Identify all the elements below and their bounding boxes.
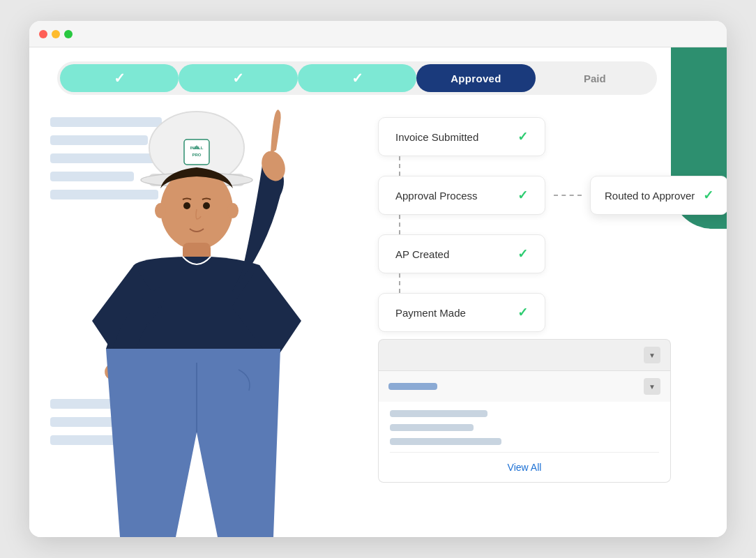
svg-point-14 <box>155 203 166 218</box>
right-section: Invoice Submitted ✓ Approval Process ✓ R… <box>364 47 727 537</box>
svg-point-12 <box>183 202 190 209</box>
content-area: ✓ ✓ ✓ Approved Paid <box>29 47 727 537</box>
title-bar <box>29 21 727 47</box>
invoice-submitted-check: ✓ <box>517 129 528 144</box>
payment-made-card: Payment Made ✓ <box>378 293 545 332</box>
minimize-button[interactable] <box>52 30 60 38</box>
maximize-button[interactable] <box>64 30 73 38</box>
h-connector <box>554 195 582 196</box>
browser-window: ✓ ✓ ✓ Approved Paid <box>29 21 727 537</box>
invoice-submitted-card: Invoice Submitted ✓ <box>378 117 545 156</box>
connector-1 <box>399 156 400 176</box>
bottom-row-2: ▼ <box>378 370 671 402</box>
view-all-container: View All <box>390 452 659 474</box>
payment-made-check: ✓ <box>517 305 528 320</box>
traffic-lights <box>39 30 73 38</box>
routed-to-approver-card: Routed to Approver ✓ <box>590 176 727 215</box>
bottom-row-1: ▼ <box>378 339 671 370</box>
approval-process-label: Approval Process <box>395 190 478 202</box>
svg-text:PRO: PRO <box>192 153 201 157</box>
connector-3 <box>399 273 400 293</box>
ap-created-card: AP Created ✓ <box>378 234 545 273</box>
approval-process-check: ✓ <box>517 188 528 203</box>
bottom-list-area: ▼ ▼ View All <box>378 339 671 483</box>
list-content: View All <box>378 402 671 483</box>
list-line-3 <box>390 438 501 445</box>
ap-created-check: ✓ <box>517 246 528 262</box>
svg-point-15 <box>227 203 239 218</box>
payment-made-label: Payment Made <box>395 307 466 319</box>
workflow-container: Invoice Submitted ✓ Approval Process ✓ R… <box>378 117 699 483</box>
invoice-submitted-label: Invoice Submitted <box>395 131 478 143</box>
svg-rect-3 <box>184 140 209 165</box>
connector-2 <box>399 215 400 234</box>
progress-step-1[interactable]: ✓ <box>60 64 179 92</box>
close-button[interactable] <box>39 30 47 38</box>
dropdown-2[interactable]: ▼ <box>644 378 660 395</box>
person-figure: INFILL PRO <box>50 70 343 537</box>
list-line-2 <box>390 424 474 431</box>
left-section: INFILL PRO <box>29 47 364 537</box>
dropdown-1[interactable]: ▼ <box>644 347 660 363</box>
view-all-link[interactable]: View All <box>508 462 542 473</box>
svg-point-13 <box>203 202 210 209</box>
routed-to-approver-check: ✓ <box>703 188 713 203</box>
progress-step-2[interactable]: ✓ <box>179 64 297 92</box>
approval-process-card: Approval Process ✓ <box>378 176 545 215</box>
ap-created-label: AP Created <box>395 248 449 260</box>
list-highlight <box>388 383 437 390</box>
approval-row: Approval Process ✓ Routed to Approver ✓ <box>378 176 671 215</box>
routed-to-approver-label: Routed to Approver <box>605 190 695 202</box>
list-line-1 <box>390 410 487 417</box>
